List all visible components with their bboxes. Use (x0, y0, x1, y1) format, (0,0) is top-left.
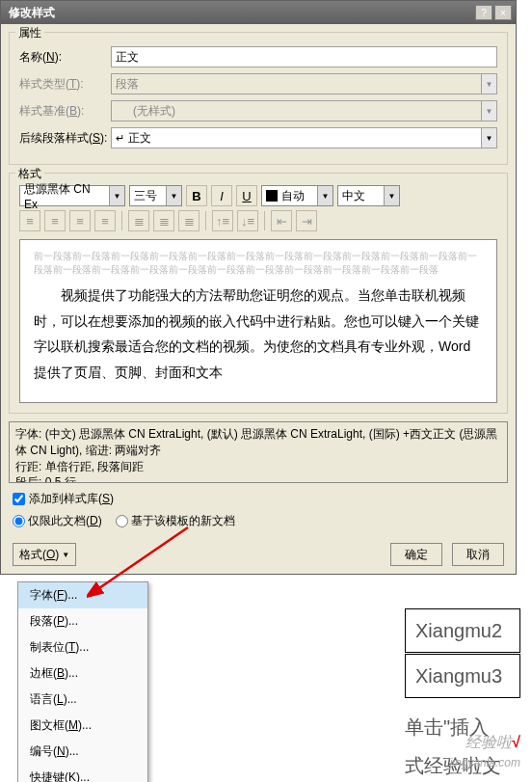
add-to-gallery-label: 添加到样式库(S) (29, 491, 114, 507)
line-spacing-1-button[interactable]: ≣ (128, 210, 149, 231)
paragraph-icon: ↵ (116, 132, 124, 145)
menu-shortcut[interactable]: 快捷键(K)... (18, 765, 147, 782)
indent-inc-button[interactable]: ⇥ (296, 210, 317, 231)
format-dropdown-button[interactable]: 格式(O)▼ (13, 543, 76, 566)
align-left-button[interactable]: ≡ (19, 210, 40, 231)
watermark: 经验啦√ jingyanla.com (450, 733, 520, 770)
only-this-doc-radio[interactable] (13, 515, 25, 527)
menu-paragraph[interactable]: 段落(P)... (18, 608, 147, 634)
italic-button[interactable]: I (211, 185, 232, 206)
properties-group: 属性 名称(N): 正文 样式类型(T): 段落▼ 样式基准(B): (无样式)… (9, 32, 508, 165)
font-name-select[interactable]: 思源黑体 CN Ex▼ (19, 185, 125, 206)
menu-language[interactable]: 语言(L)... (18, 687, 147, 713)
preview-context-before: 前一段落前一段落前一段落前一段落前一段落前一段落前一段落前一段落前一段落前一段落… (34, 250, 483, 277)
chevron-down-icon[interactable]: ▼ (384, 186, 399, 205)
titlebar: 修改样式 ? × (1, 1, 516, 24)
align-right-button[interactable]: ≡ (69, 210, 91, 231)
ok-button[interactable]: 确定 (390, 543, 442, 566)
type-select: 段落▼ (111, 73, 497, 94)
bg-xiangmu3: Xiangmu3 (405, 654, 520, 698)
spacing-before-dec-button[interactable]: ↓≡ (237, 210, 258, 231)
chevron-down-icon: ▼ (481, 101, 496, 121)
modify-style-dialog: 修改样式 ? × 属性 名称(N): 正文 样式类型(T): 段落▼ 样式基准(… (0, 0, 517, 575)
color-select[interactable]: 自动▼ (261, 185, 333, 206)
only-this-doc-label: 仅限此文档(D) (28, 513, 102, 529)
menu-font[interactable]: 字体(F)... (18, 582, 147, 608)
name-input[interactable]: 正文 (111, 46, 497, 67)
new-docs-label: 基于该模板的新文档 (131, 513, 235, 529)
properties-title: 属性 (15, 25, 44, 41)
next-select[interactable]: ↵正文▼ (111, 127, 497, 148)
add-to-gallery-checkbox[interactable] (13, 493, 25, 505)
preview-pane: 前一段落前一段落前一段落前一段落前一段落前一段落前一段落前一段落前一段落前一段落… (19, 239, 497, 403)
menu-border[interactable]: 边框(B)... (18, 661, 147, 687)
align-center-button[interactable]: ≡ (44, 210, 66, 231)
lang-select[interactable]: 中文▼ (337, 185, 400, 206)
chevron-down-icon: ▼ (481, 74, 496, 94)
chevron-down-icon[interactable]: ▼ (166, 186, 181, 205)
name-label: 名称(N): (19, 49, 111, 66)
chevron-down-icon: ▼ (62, 551, 69, 559)
info-line3: 段后: 0.5 行 (15, 474, 501, 483)
dialog-title: 修改样式 (5, 5, 475, 21)
underline-button[interactable]: U (236, 185, 257, 206)
close-button[interactable]: × (494, 5, 512, 20)
help-button[interactable]: ? (475, 5, 492, 20)
indent-dec-button[interactable]: ⇤ (271, 210, 292, 231)
font-size-select[interactable]: 三号▼ (129, 185, 182, 206)
info-line2: 行距: 单倍行距, 段落间距 (15, 459, 501, 475)
line-spacing-2-button[interactable]: ≣ (178, 210, 200, 231)
type-label: 样式类型(T): (19, 76, 111, 93)
next-label: 后续段落样式(S): (19, 130, 111, 147)
chevron-down-icon[interactable]: ▼ (481, 128, 496, 148)
spacing-before-inc-button[interactable]: ↑≡ (212, 210, 233, 231)
preview-sample-text: 视频提供了功能强大的方法帮助您证明您的观点。当您单击联机视频时，可以在想要添加的… (34, 283, 483, 385)
info-line1: 字体: (中文) 思源黑体 CN ExtraLight, (默认) 思源黑体 C… (15, 426, 501, 459)
menu-frame[interactable]: 图文框(M)... (18, 713, 147, 739)
bg-xiangmu2: Xiangmu2 (405, 608, 520, 653)
chevron-down-icon[interactable]: ▼ (109, 186, 124, 205)
menu-tabs[interactable]: 制表位(T)... (18, 634, 147, 661)
bold-button[interactable]: B (186, 185, 207, 206)
base-select: (无样式)▼ (111, 100, 497, 121)
format-group: 格式 思源黑体 CN Ex▼ 三号▼ B I U 自动▼ 中文▼ ≡ ≡ ≡ ≡… (9, 173, 508, 414)
cancel-button[interactable]: 取消 (452, 543, 504, 566)
base-label: 样式基准(B): (19, 103, 111, 120)
line-spacing-15-button[interactable]: ≣ (153, 210, 174, 231)
chevron-down-icon[interactable]: ▼ (317, 186, 332, 205)
align-justify-button[interactable]: ≡ (94, 210, 116, 231)
new-docs-radio[interactable] (116, 515, 128, 527)
format-title: 格式 (15, 166, 44, 182)
format-menu: 字体(F)... 段落(P)... 制表位(T)... 边框(B)... 语言(… (17, 581, 148, 782)
menu-numbering[interactable]: 编号(N)... (18, 739, 147, 765)
style-description: 字体: (中文) 思源黑体 CN ExtraLight, (默认) 思源黑体 C… (9, 421, 508, 483)
